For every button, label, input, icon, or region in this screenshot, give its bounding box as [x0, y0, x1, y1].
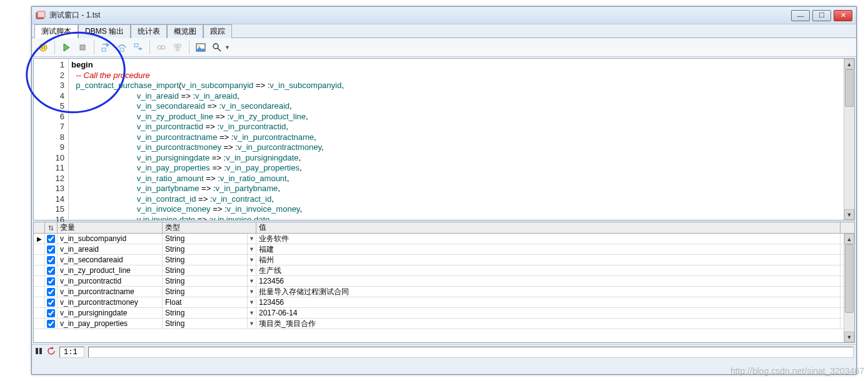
- var-name[interactable]: v_in_purcontractmoney: [58, 297, 163, 307]
- table-row[interactable]: v_in_purcontractmoneyFloat▼123456⋯: [34, 297, 854, 308]
- var-name[interactable]: v_in_pursigningdate: [58, 308, 163, 318]
- table-row[interactable]: ▶v_in_subcompanyidString▼业务软件⋯: [34, 234, 854, 244]
- row-selector[interactable]: [34, 265, 45, 275]
- var-type[interactable]: Float: [163, 297, 248, 307]
- type-dropdown-icon[interactable]: ▼: [248, 234, 256, 244]
- row-selector[interactable]: [34, 297, 45, 307]
- row-checkbox[interactable]: [45, 255, 58, 265]
- titlebar[interactable]: 测试窗口 - 1.tst — ☐ ✕: [32, 7, 856, 24]
- row-checkbox[interactable]: [45, 297, 58, 307]
- col-variable[interactable]: 变量: [58, 222, 163, 233]
- status-pause-icon[interactable]: [34, 347, 43, 357]
- status-refresh-icon[interactable]: [47, 347, 56, 357]
- row-selector[interactable]: [34, 319, 45, 329]
- var-value[interactable]: 生产线: [256, 265, 840, 275]
- execute-button[interactable]: [36, 40, 51, 55]
- step-over-button[interactable]: [114, 40, 129, 55]
- var-name[interactable]: v_in_purcontractid: [58, 276, 163, 286]
- var-value[interactable]: 福州: [256, 255, 840, 265]
- stop-button[interactable]: [75, 40, 90, 55]
- code-area[interactable]: begin -- Call the procedure p_contract_p…: [69, 59, 854, 220]
- var-type[interactable]: String: [163, 319, 248, 329]
- step-out-button[interactable]: [131, 40, 146, 55]
- scroll-thumb[interactable]: [845, 244, 854, 313]
- row-selector[interactable]: [34, 276, 45, 286]
- row-selector[interactable]: [34, 244, 45, 254]
- row-checkbox[interactable]: [45, 308, 58, 318]
- table-row[interactable]: v_in_pay_propertiesString▼项目类_项目合作⋯: [34, 319, 854, 329]
- row-checkbox[interactable]: [45, 276, 58, 286]
- var-name[interactable]: v_in_subcompanyid: [58, 234, 163, 244]
- type-dropdown-icon[interactable]: ▼: [248, 276, 256, 286]
- type-dropdown-icon[interactable]: ▼: [248, 255, 256, 265]
- tab-dbms-output[interactable]: DBMS 输出: [78, 24, 131, 38]
- view-image-button[interactable]: [193, 40, 208, 55]
- row-checkbox[interactable]: [45, 265, 58, 275]
- search-dropdown-icon[interactable]: ▼: [225, 44, 230, 51]
- table-row[interactable]: v_in_purcontractidString▼123456⋯: [34, 276, 854, 287]
- breakpoint-button[interactable]: [154, 40, 169, 55]
- var-value[interactable]: 福建: [256, 244, 840, 254]
- maximize-button[interactable]: ☐: [812, 10, 831, 21]
- close-button[interactable]: ✕: [834, 10, 852, 21]
- row-checkbox[interactable]: [45, 287, 58, 297]
- type-dropdown-icon[interactable]: ▼: [248, 319, 256, 329]
- row-selector[interactable]: [34, 308, 45, 318]
- var-name[interactable]: v_in_pay_properties: [58, 319, 163, 329]
- scroll-up-icon[interactable]: ▲: [844, 234, 854, 244]
- var-value[interactable]: 123456: [256, 297, 840, 307]
- scroll-up-icon[interactable]: ▲: [844, 59, 854, 69]
- break-all-button[interactable]: [170, 40, 185, 55]
- type-dropdown-icon[interactable]: ▼: [248, 308, 256, 318]
- table-row[interactable]: v_in_secondareaidString▼福州⋯: [34, 255, 854, 265]
- row-selector[interactable]: [34, 287, 45, 297]
- col-selector[interactable]: [34, 222, 45, 233]
- minimize-button[interactable]: —: [791, 10, 810, 21]
- var-value[interactable]: 2017-06-14: [256, 308, 840, 318]
- code-editor[interactable]: 12345678910111213141516 begin -- Call th…: [33, 58, 855, 220]
- tab-trace[interactable]: 跟踪: [203, 24, 232, 38]
- var-name[interactable]: v_in_purcontractname: [58, 287, 163, 297]
- step-into-button[interactable]: [98, 40, 113, 55]
- type-dropdown-icon[interactable]: ▼: [248, 265, 256, 275]
- var-type[interactable]: String: [163, 244, 248, 254]
- search-button[interactable]: [209, 40, 225, 55]
- var-type[interactable]: String: [163, 287, 248, 297]
- var-name[interactable]: v_in_secondareaid: [58, 255, 163, 265]
- var-type[interactable]: String: [163, 308, 248, 318]
- tab-statistics[interactable]: 统计表: [131, 24, 167, 38]
- type-dropdown-icon[interactable]: ▼: [248, 287, 256, 297]
- row-checkbox[interactable]: [45, 244, 58, 254]
- row-selector[interactable]: [34, 255, 45, 265]
- row-checkbox[interactable]: [45, 234, 58, 244]
- var-name[interactable]: v_in_areaid: [58, 244, 163, 254]
- var-type[interactable]: String: [163, 255, 248, 265]
- tab-test-script[interactable]: 测试脚本: [34, 24, 78, 38]
- col-reorder-icon[interactable]: [45, 222, 58, 233]
- vars-scrollbar[interactable]: ▲ ▼: [844, 234, 854, 342]
- scroll-down-icon[interactable]: ▼: [844, 209, 854, 220]
- type-dropdown-icon[interactable]: ▼: [248, 297, 256, 307]
- scroll-thumb[interactable]: [845, 69, 854, 107]
- var-value[interactable]: 批量导入存储过程测试合同: [256, 287, 840, 297]
- scroll-down-icon[interactable]: ▼: [844, 332, 854, 342]
- var-value[interactable]: 123456: [256, 276, 840, 286]
- var-value[interactable]: 业务软件: [256, 234, 840, 244]
- col-value[interactable]: 值: [256, 222, 840, 233]
- run-button[interactable]: [59, 40, 74, 55]
- table-row[interactable]: v_in_areaidString▼福建⋯: [34, 244, 854, 255]
- var-type[interactable]: String: [163, 265, 248, 275]
- var-value[interactable]: 项目类_项目合作: [256, 319, 840, 329]
- table-row[interactable]: v_in_pursigningdateString▼2017-06-14⋯: [34, 308, 854, 319]
- var-type[interactable]: String: [163, 234, 248, 244]
- row-checkbox[interactable]: [45, 319, 58, 329]
- tab-profiler[interactable]: 概览图: [167, 24, 203, 38]
- editor-scrollbar[interactable]: ▲ ▼: [844, 59, 854, 220]
- row-selector[interactable]: ▶: [34, 234, 45, 244]
- var-type[interactable]: String: [163, 276, 248, 286]
- type-dropdown-icon[interactable]: ▼: [248, 244, 256, 254]
- var-name[interactable]: v_in_zy_product_line: [58, 265, 163, 275]
- table-row[interactable]: v_in_purcontractnameString▼批量导入存储过程测试合同⋯: [34, 287, 854, 297]
- col-type[interactable]: 类型: [163, 222, 256, 233]
- table-row[interactable]: v_in_zy_product_lineString▼生产线⋯: [34, 265, 854, 276]
